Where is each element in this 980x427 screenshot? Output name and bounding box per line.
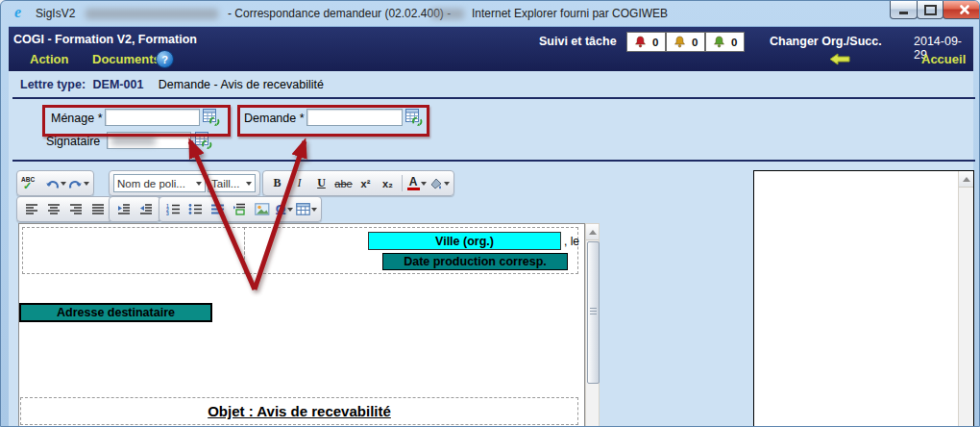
alert-counter-yellow[interactable]: 0 (666, 32, 705, 52)
objet-text: Objet : Avis de recevabilité (208, 403, 391, 419)
check-icon: ✓ (23, 180, 32, 192)
indent-decrease-button[interactable] (135, 200, 156, 219)
menu-action[interactable]: Action (30, 52, 68, 66)
table-icon (296, 203, 310, 215)
lettre-type-name: Demande - Avis de recevabilité (159, 78, 324, 91)
minimize-icon (899, 12, 908, 14)
changer-org-link[interactable]: Changer Org./Succ. (770, 35, 882, 48)
insert-table-button[interactable] (296, 200, 317, 219)
toolbar-group-insert: 1 2 3 Ω (159, 196, 322, 222)
bold-button[interactable]: B (267, 174, 287, 193)
undo-button[interactable] (45, 174, 66, 193)
omega-icon: Ω (275, 202, 285, 217)
scroll-up-button[interactable] (586, 224, 599, 240)
superscript-button[interactable]: x² (355, 174, 376, 193)
le-text: , le (564, 235, 579, 248)
back-arrow-icon[interactable] (829, 53, 850, 65)
redacted-title-text (86, 9, 218, 19)
font-color-icon: A (407, 177, 420, 187)
align-right-icon (69, 203, 83, 215)
italic-button[interactable]: I (289, 174, 309, 193)
preview-panel[interactable] (753, 170, 974, 427)
date-production-merge-field[interactable]: Date production corresp. (382, 253, 568, 270)
insert-image-button[interactable] (252, 200, 272, 219)
underline-button[interactable]: U (311, 174, 331, 193)
numbered-list-icon: 1 2 3 (166, 203, 181, 215)
paragraph-break-button[interactable] (230, 200, 250, 219)
bullet-list-icon (188, 203, 203, 215)
svg-text:3: 3 (166, 211, 169, 216)
justify-button[interactable] (87, 200, 108, 219)
spellcheck-button[interactable]: ABC ✓ (21, 174, 43, 193)
font-color-button[interactable]: A (406, 174, 427, 193)
annotation-box-demande (237, 105, 429, 137)
lettre-type-label: Lettre type: (20, 78, 86, 91)
window-controls (891, 1, 980, 19)
maximize-button[interactable] (917, 1, 943, 19)
suivi-label: Suivi et tâche (539, 35, 617, 48)
bullet-list-button[interactable] (185, 200, 206, 219)
titlebar-doc-title: - Correspondance demandeur (02.02.400) - (228, 7, 451, 20)
toolbar-group-font: Nom de poli... Taill... (109, 170, 260, 196)
objet-line-cell: Objet : Avis de recevabilité (20, 397, 578, 425)
help-button[interactable]: ? (156, 50, 174, 68)
align-right-button[interactable] (65, 200, 86, 219)
line-spacing-button[interactable] (208, 200, 228, 219)
numbered-list-button[interactable]: 1 2 3 (163, 200, 184, 219)
align-center-button[interactable] (43, 200, 63, 219)
alert-count: 0 (692, 37, 698, 48)
line-spacing-icon (210, 203, 225, 215)
align-left-button[interactable] (21, 200, 41, 219)
editor-cell-left (22, 227, 245, 274)
toolbar-group-align (16, 196, 112, 222)
strikethrough-button[interactable]: abe (333, 174, 354, 193)
dropdown-arrow-icon (84, 182, 89, 186)
ie-logo-icon: e (14, 4, 21, 21)
scroll-up-icon (589, 230, 597, 235)
titlebar-browser-name: Internet Explorer fourni par COGIWEB (472, 7, 668, 20)
divider-line (12, 97, 975, 99)
signataire-label: Signataire (46, 135, 100, 148)
align-center-icon (47, 203, 61, 215)
redo-button[interactable] (68, 174, 89, 193)
dropdown-arrow-icon (196, 182, 202, 186)
adresse-destinataire-merge-field[interactable]: Adresse destinataire (19, 303, 212, 322)
alert-counter-green[interactable]: 0 (705, 32, 745, 52)
subscript-button[interactable]: x₂ (378, 174, 398, 193)
browser-window: e SigIsV2 - Correspondance demandeur (02… (0, 0, 980, 427)
scroll-up-button[interactable] (959, 171, 973, 188)
minimize-button[interactable] (890, 1, 918, 19)
toolbar-group-indent (109, 196, 160, 222)
lettre-type-row: Lettre type: DEM-001 Demande - Avis de r… (20, 78, 324, 91)
justify-icon (91, 203, 105, 215)
alert-counter-red[interactable]: 0 (626, 32, 666, 52)
dropdown-arrow-icon (311, 208, 317, 212)
close-button[interactable] (943, 1, 980, 19)
font-name-select[interactable]: Nom de poli... (113, 174, 206, 192)
align-left-icon (25, 203, 38, 215)
menu-documents[interactable]: Documents (92, 52, 160, 66)
special-char-button[interactable]: Ω (274, 200, 294, 219)
paragraph-break-icon (233, 203, 247, 215)
indent-increase-icon (117, 203, 131, 215)
close-icon (959, 4, 970, 15)
toolbar-separator (402, 175, 403, 191)
redo-icon (68, 177, 83, 190)
dropdown-arrow-icon (287, 208, 293, 212)
indent-increase-button[interactable] (113, 200, 134, 219)
highlight-color-button[interactable] (429, 174, 450, 193)
preview-scrollbar[interactable] (958, 171, 973, 427)
dropdown-arrow-icon (444, 182, 450, 186)
yellow-bell-icon (674, 36, 686, 48)
toolbar-group-edit: ABC ✓ (16, 170, 94, 196)
dropdown-arrow-icon (421, 182, 427, 186)
dropdown-arrow-icon (61, 182, 66, 186)
indent-decrease-icon (139, 203, 153, 215)
redacted-title-text (431, 9, 464, 19)
accueil-link[interactable]: Accueil (921, 52, 966, 66)
editor-scrollbar[interactable] (585, 223, 600, 427)
font-name-value: Nom de poli... (117, 178, 185, 189)
font-size-select[interactable]: Taill... (208, 174, 256, 192)
ville-merge-field[interactable]: Ville (org.) (368, 232, 561, 250)
editor-scroll-thumb[interactable] (587, 241, 600, 384)
